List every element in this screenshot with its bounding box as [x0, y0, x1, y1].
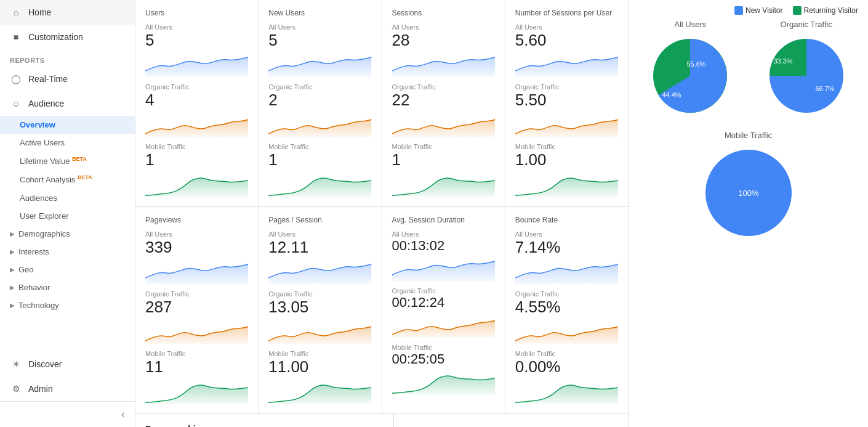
all-users-pie: 55.6% 44.4% — [647, 33, 733, 119]
metric-title-4: Pageviews — [145, 216, 248, 224]
cohort-beta-badge: BETA — [78, 174, 92, 181]
right-panel: New Visitor Returning Visitor All Users … — [628, 0, 868, 427]
sidebar-sub-overview[interactable]: Overview — [0, 116, 135, 134]
sidebar-audiences-label: Audiences — [20, 193, 57, 203]
metric-2-value-0: 28 — [392, 31, 495, 50]
metric-7-segment-1: Organic Traffic — [515, 290, 618, 298]
metric-4-value-2: 11 — [145, 357, 248, 376]
metric-title-3: Number of Sessions per User — [515, 9, 618, 17]
metric-card-6: Avg. Session DurationAll Users00:13:02 O… — [382, 207, 505, 413]
lifetime-beta-badge: BETA — [72, 156, 87, 162]
sidebar-item-audience[interactable]: ☺ Audience — [0, 91, 135, 116]
metric-2-segment-1: Organic Traffic — [392, 83, 495, 91]
metric-6-value-2: 00:25:05 — [392, 351, 495, 367]
organic-new-pct: 66.7% — [815, 85, 834, 92]
sidebar-section-technology[interactable]: ▶ Technology — [0, 296, 135, 314]
metric-1-chart-0 — [268, 52, 371, 77]
reports-section-label: REPORTS — [0, 49, 135, 67]
metric-3-segment-2: Mobile Traffic — [515, 143, 618, 150]
mobile-traffic-chart-block: Mobile Traffic 100% — [638, 131, 858, 244]
sidebar-section-behavior[interactable]: ▶ Behavior — [0, 279, 135, 296]
browser-table: Browser Users % Users 1. Chrome — [404, 424, 618, 427]
metric-1-chart-1 — [268, 112, 371, 137]
metric-5-chart-0 — [268, 259, 371, 284]
sidebar-sub-activeusers[interactable]: Active Users — [0, 134, 135, 152]
all-users-returning-pct: 44.4% — [662, 91, 681, 99]
metric-5-value-0: 12.11 — [268, 238, 371, 257]
demographics-arrow-icon: ▶ — [10, 230, 15, 237]
sidebar-sub-userexplorer[interactable]: User Explorer — [0, 207, 135, 225]
metric-4-value-0: 339 — [145, 238, 248, 257]
metric-3-chart-0 — [515, 52, 618, 77]
sidebar-sub-cohort[interactable]: Cohort Analysis BETA — [0, 170, 135, 189]
metric-6-segment-2: Mobile Traffic — [392, 344, 495, 351]
sidebar-section-demographics[interactable]: ▶ Demographics — [0, 225, 135, 243]
sidebar-behavior-label: Behavior — [18, 283, 50, 292]
metrics-grid: UsersAll Users5 Organic Traffic4 — [135, 0, 628, 414]
metric-0-value-0: 5 — [145, 31, 248, 50]
sidebar-item-customization[interactable]: ■ Customization — [0, 25, 135, 49]
metric-3-chart-2 — [515, 172, 618, 197]
sidebar-section-geo[interactable]: ▶ Geo — [0, 261, 135, 279]
sidebar-geo-label: Geo — [18, 265, 34, 274]
organic-traffic-chart-block: Organic Traffic 66.7% 33.3% — [755, 20, 859, 121]
metric-3-segment-1: Organic Traffic — [515, 83, 618, 91]
sidebar-section-interests[interactable]: ▶ Interests — [0, 243, 135, 261]
users-col-header: Users — [489, 424, 523, 427]
sidebar: ⌂ Home ■ Customization REPORTS ◯ Real-Ti… — [0, 0, 135, 427]
new-visitor-legend: New Visitor — [734, 6, 782, 15]
metric-3-value-1: 5.50 — [515, 91, 618, 110]
geo-arrow-icon: ▶ — [10, 266, 15, 273]
sidebar-item-realtime[interactable]: ◯ Real-Time — [0, 67, 135, 91]
metric-2-value-1: 22 — [392, 91, 495, 110]
metric-4-segment-0: All Users — [145, 230, 248, 238]
gear-icon: ⚙ — [10, 383, 22, 395]
metric-0-segment-0: All Users — [145, 23, 248, 31]
metric-5-segment-2: Mobile Traffic — [268, 350, 371, 357]
metric-title-6: Avg. Session Duration — [392, 216, 495, 224]
metric-4-chart-2 — [145, 379, 248, 404]
returning-visitor-dot — [793, 6, 802, 15]
metric-title-1: New Users — [268, 9, 371, 17]
metric-card-7: Bounce RateAll Users7.14% Organic Traffi… — [505, 207, 628, 413]
all-users-new-pct: 55.6% — [687, 60, 706, 68]
metric-7-segment-0: All Users — [515, 230, 618, 238]
metric-4-chart-1 — [145, 319, 248, 344]
chart-legend: New Visitor Returning Visitor — [638, 6, 858, 15]
sidebar-item-admin[interactable]: ⚙ Admin — [0, 376, 135, 401]
all-users-chart-title: All Users — [638, 20, 742, 29]
metric-6-segment-1: Organic Traffic — [392, 287, 495, 295]
new-visitor-dot — [734, 6, 743, 15]
organic-returning-pct: 33.3% — [773, 57, 792, 65]
bottom-section: Demographics Language Country City Syste… — [135, 414, 628, 427]
behavior-arrow-icon: ▶ — [10, 284, 15, 291]
bottom-right-panel: Browser Users % Users 1. Chrome — [394, 414, 628, 427]
metric-7-value-0: 7.14% — [515, 238, 618, 257]
metric-card-2: SessionsAll Users28 Organic Traffic22 — [382, 0, 505, 206]
metric-2-segment-0: All Users — [392, 23, 495, 31]
clock-icon: ◯ — [10, 73, 22, 85]
sidebar-demographics-label: Demographics — [18, 229, 70, 238]
metric-6-value-0: 00:13:02 — [392, 238, 495, 254]
metric-0-segment-2: Mobile Traffic — [145, 143, 248, 150]
sidebar-item-discover[interactable]: ☀ Discover — [0, 352, 135, 376]
sidebar-audience-label: Audience — [28, 99, 64, 108]
sidebar-admin-label: Admin — [28, 384, 53, 394]
all-users-chart-block: All Users 55.6% 44.4% — [638, 20, 742, 121]
metric-5-segment-0: All Users — [268, 230, 371, 238]
bottom-left-panel: Demographics Language Country City Syste… — [135, 414, 394, 427]
main-area: UsersAll Users5 Organic Traffic4 — [135, 0, 628, 427]
sidebar-sub-audiences[interactable]: Audiences — [0, 189, 135, 207]
new-visitor-label: New Visitor — [745, 6, 782, 15]
metric-1-value-2: 1 — [268, 150, 371, 169]
sidebar-item-home[interactable]: ⌂ Home — [0, 0, 135, 25]
metric-3-chart-1 — [515, 112, 618, 137]
metric-7-chart-1 — [515, 319, 618, 344]
sidebar-collapse-button[interactable]: ‹ — [0, 401, 135, 427]
sidebar-sub-lifetimevalue[interactable]: Lifetime Value BETA — [0, 152, 135, 170]
mobile-new-pct: 100% — [738, 189, 759, 198]
sidebar-activeusers-label: Active Users — [20, 138, 65, 147]
metric-4-value-1: 287 — [145, 298, 248, 317]
metric-6-chart-1 — [392, 313, 495, 338]
metric-title-0: Users — [145, 9, 248, 17]
